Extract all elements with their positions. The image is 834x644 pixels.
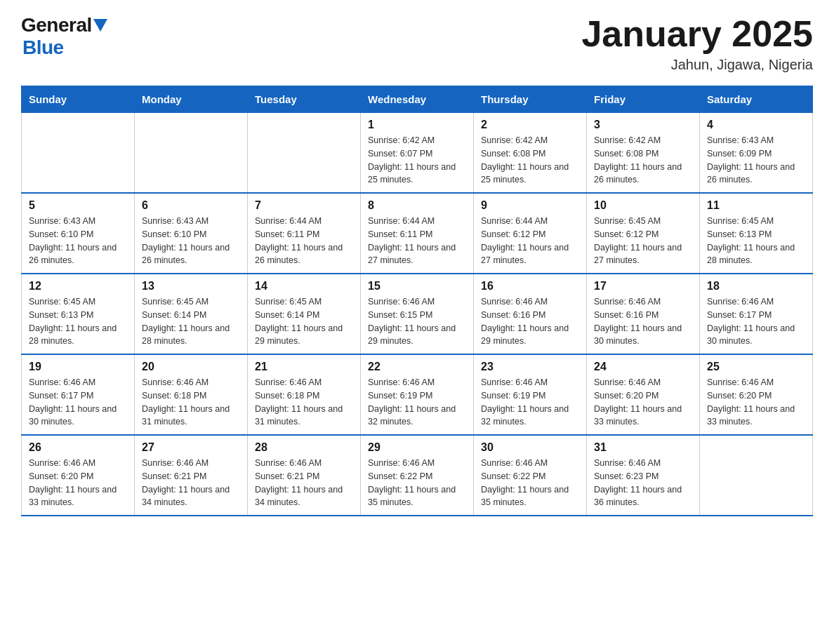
day-info: Sunrise: 6:42 AMSunset: 6:08 PMDaylight:… bbox=[481, 134, 579, 187]
day-info: Sunrise: 6:46 AMSunset: 6:16 PMDaylight:… bbox=[481, 295, 579, 348]
day-number: 7 bbox=[255, 199, 353, 212]
day-info: Sunrise: 6:43 AMSunset: 6:09 PMDaylight:… bbox=[707, 134, 805, 187]
day-number: 18 bbox=[707, 280, 805, 293]
calendar-week-row: 5Sunrise: 6:43 AMSunset: 6:10 PMDaylight… bbox=[22, 193, 813, 274]
calendar-cell bbox=[22, 113, 135, 194]
day-number: 30 bbox=[481, 441, 579, 454]
day-number: 27 bbox=[142, 441, 240, 454]
calendar-cell: 14Sunrise: 6:45 AMSunset: 6:14 PMDayligh… bbox=[248, 274, 361, 354]
day-info: Sunrise: 6:46 AMSunset: 6:19 PMDaylight:… bbox=[368, 376, 466, 429]
calendar-week-row: 19Sunrise: 6:46 AMSunset: 6:17 PMDayligh… bbox=[22, 354, 813, 435]
calendar-cell: 29Sunrise: 6:46 AMSunset: 6:22 PMDayligh… bbox=[361, 435, 474, 516]
calendar-day-header: Tuesday bbox=[248, 86, 361, 113]
day-info: Sunrise: 6:46 AMSunset: 6:21 PMDaylight:… bbox=[142, 457, 240, 509]
day-info: Sunrise: 6:45 AMSunset: 6:14 PMDaylight:… bbox=[255, 295, 353, 348]
day-number: 14 bbox=[255, 280, 353, 293]
calendar-week-row: 12Sunrise: 6:45 AMSunset: 6:13 PMDayligh… bbox=[22, 274, 813, 354]
page-header: General Blue January 2025 Jahun, Jigawa,… bbox=[21, 14, 813, 73]
day-number: 19 bbox=[29, 361, 127, 373]
day-info: Sunrise: 6:46 AMSunset: 6:21 PMDaylight:… bbox=[255, 457, 353, 509]
calendar-cell: 8Sunrise: 6:44 AMSunset: 6:11 PMDaylight… bbox=[361, 193, 474, 274]
calendar-header-row: SundayMondayTuesdayWednesdayThursdayFrid… bbox=[22, 86, 813, 113]
day-info: Sunrise: 6:46 AMSunset: 6:20 PMDaylight:… bbox=[707, 376, 805, 429]
calendar-cell: 24Sunrise: 6:46 AMSunset: 6:20 PMDayligh… bbox=[587, 354, 700, 435]
day-number: 16 bbox=[481, 280, 579, 293]
day-info: Sunrise: 6:44 AMSunset: 6:12 PMDaylight:… bbox=[481, 215, 579, 267]
day-info: Sunrise: 6:45 AMSunset: 6:14 PMDaylight:… bbox=[142, 295, 240, 348]
calendar-day-header: Monday bbox=[135, 86, 248, 113]
logo-blue-text: Blue bbox=[22, 36, 64, 59]
calendar-cell: 3Sunrise: 6:42 AMSunset: 6:08 PMDaylight… bbox=[587, 113, 700, 194]
page-title: January 2025 bbox=[581, 14, 813, 54]
calendar-cell: 18Sunrise: 6:46 AMSunset: 6:17 PMDayligh… bbox=[700, 274, 813, 354]
calendar-cell: 28Sunrise: 6:46 AMSunset: 6:21 PMDayligh… bbox=[248, 435, 361, 516]
svg-marker-0 bbox=[93, 19, 107, 32]
calendar-cell: 15Sunrise: 6:46 AMSunset: 6:15 PMDayligh… bbox=[361, 274, 474, 354]
day-number: 15 bbox=[368, 280, 466, 293]
calendar-cell: 2Sunrise: 6:42 AMSunset: 6:08 PMDaylight… bbox=[474, 113, 587, 194]
logo-general-text: General bbox=[21, 14, 92, 36]
day-info: Sunrise: 6:46 AMSunset: 6:22 PMDaylight:… bbox=[368, 457, 466, 509]
day-number: 23 bbox=[481, 361, 579, 373]
day-info: Sunrise: 6:44 AMSunset: 6:11 PMDaylight:… bbox=[368, 215, 466, 267]
calendar-day-header: Saturday bbox=[700, 86, 813, 113]
day-info: Sunrise: 6:46 AMSunset: 6:23 PMDaylight:… bbox=[594, 457, 692, 509]
calendar-day-header: Friday bbox=[587, 86, 700, 113]
day-info: Sunrise: 6:46 AMSunset: 6:20 PMDaylight:… bbox=[29, 457, 127, 509]
calendar-cell: 21Sunrise: 6:46 AMSunset: 6:18 PMDayligh… bbox=[248, 354, 361, 435]
day-info: Sunrise: 6:46 AMSunset: 6:17 PMDaylight:… bbox=[707, 295, 805, 348]
calendar-cell: 25Sunrise: 6:46 AMSunset: 6:20 PMDayligh… bbox=[700, 354, 813, 435]
logo-line1: General bbox=[21, 14, 107, 36]
calendar-cell: 17Sunrise: 6:46 AMSunset: 6:16 PMDayligh… bbox=[587, 274, 700, 354]
day-number: 13 bbox=[142, 280, 240, 293]
calendar-cell: 20Sunrise: 6:46 AMSunset: 6:18 PMDayligh… bbox=[135, 354, 248, 435]
day-info: Sunrise: 6:45 AMSunset: 6:12 PMDaylight:… bbox=[594, 215, 692, 267]
calendar-cell: 31Sunrise: 6:46 AMSunset: 6:23 PMDayligh… bbox=[587, 435, 700, 516]
day-number: 11 bbox=[707, 199, 805, 212]
day-number: 31 bbox=[594, 441, 692, 454]
page-subtitle: Jahun, Jigawa, Nigeria bbox=[581, 57, 813, 73]
day-info: Sunrise: 6:46 AMSunset: 6:22 PMDaylight:… bbox=[481, 457, 579, 509]
day-number: 29 bbox=[368, 441, 466, 454]
logo-line2: Blue bbox=[21, 36, 64, 59]
day-number: 5 bbox=[29, 199, 127, 212]
calendar-cell: 12Sunrise: 6:45 AMSunset: 6:13 PMDayligh… bbox=[22, 274, 135, 354]
day-number: 3 bbox=[594, 119, 692, 131]
calendar-cell bbox=[135, 113, 248, 194]
calendar-day-header: Sunday bbox=[22, 86, 135, 113]
day-info: Sunrise: 6:46 AMSunset: 6:18 PMDaylight:… bbox=[255, 376, 353, 429]
day-number: 25 bbox=[707, 361, 805, 373]
day-number: 26 bbox=[29, 441, 127, 454]
logo-triangle-icon bbox=[93, 19, 107, 33]
calendar-week-row: 26Sunrise: 6:46 AMSunset: 6:20 PMDayligh… bbox=[22, 435, 813, 516]
day-info: Sunrise: 6:46 AMSunset: 6:17 PMDaylight:… bbox=[29, 376, 127, 429]
day-number: 8 bbox=[368, 199, 466, 212]
calendar-day-header: Thursday bbox=[474, 86, 587, 113]
calendar-cell: 6Sunrise: 6:43 AMSunset: 6:10 PMDaylight… bbox=[135, 193, 248, 274]
day-number: 24 bbox=[594, 361, 692, 373]
calendar-week-row: 1Sunrise: 6:42 AMSunset: 6:07 PMDaylight… bbox=[22, 113, 813, 194]
calendar-cell: 11Sunrise: 6:45 AMSunset: 6:13 PMDayligh… bbox=[700, 193, 813, 274]
day-info: Sunrise: 6:46 AMSunset: 6:16 PMDaylight:… bbox=[594, 295, 692, 348]
day-info: Sunrise: 6:44 AMSunset: 6:11 PMDaylight:… bbox=[255, 215, 353, 267]
calendar-cell: 10Sunrise: 6:45 AMSunset: 6:12 PMDayligh… bbox=[587, 193, 700, 274]
day-number: 9 bbox=[481, 199, 579, 212]
day-number: 6 bbox=[142, 199, 240, 212]
calendar-cell: 16Sunrise: 6:46 AMSunset: 6:16 PMDayligh… bbox=[474, 274, 587, 354]
day-info: Sunrise: 6:46 AMSunset: 6:19 PMDaylight:… bbox=[481, 376, 579, 429]
day-info: Sunrise: 6:45 AMSunset: 6:13 PMDaylight:… bbox=[29, 295, 127, 348]
title-block: January 2025 Jahun, Jigawa, Nigeria bbox=[581, 14, 813, 73]
day-number: 4 bbox=[707, 119, 805, 131]
calendar-table: SundayMondayTuesdayWednesdayThursdayFrid… bbox=[21, 86, 813, 516]
day-number: 20 bbox=[142, 361, 240, 373]
calendar-cell: 7Sunrise: 6:44 AMSunset: 6:11 PMDaylight… bbox=[248, 193, 361, 274]
calendar-cell: 27Sunrise: 6:46 AMSunset: 6:21 PMDayligh… bbox=[135, 435, 248, 516]
calendar-cell: 5Sunrise: 6:43 AMSunset: 6:10 PMDaylight… bbox=[22, 193, 135, 274]
calendar-cell: 19Sunrise: 6:46 AMSunset: 6:17 PMDayligh… bbox=[22, 354, 135, 435]
calendar-cell: 22Sunrise: 6:46 AMSunset: 6:19 PMDayligh… bbox=[361, 354, 474, 435]
day-info: Sunrise: 6:43 AMSunset: 6:10 PMDaylight:… bbox=[142, 215, 240, 267]
day-info: Sunrise: 6:45 AMSunset: 6:13 PMDaylight:… bbox=[707, 215, 805, 267]
day-info: Sunrise: 6:43 AMSunset: 6:10 PMDaylight:… bbox=[29, 215, 127, 267]
calendar-cell: 26Sunrise: 6:46 AMSunset: 6:20 PMDayligh… bbox=[22, 435, 135, 516]
day-number: 2 bbox=[481, 119, 579, 131]
